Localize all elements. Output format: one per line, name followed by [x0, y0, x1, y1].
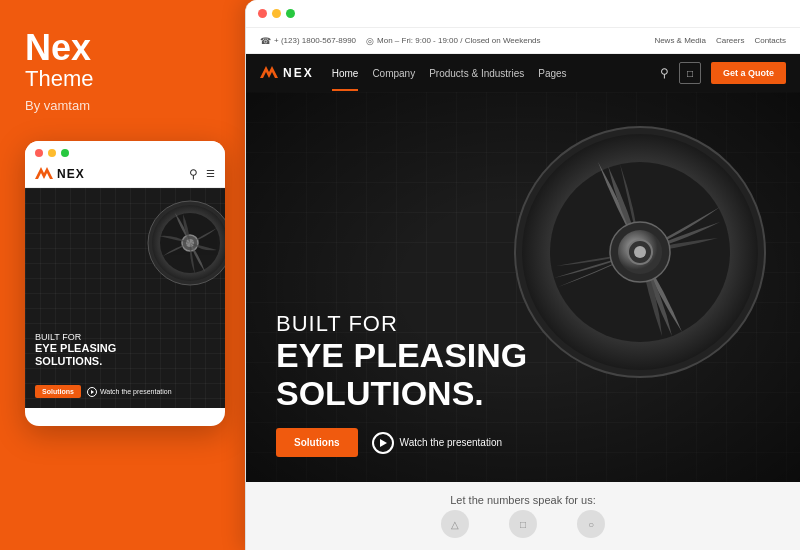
desktop-dot-red	[258, 9, 267, 18]
number-item-1: △	[441, 510, 469, 538]
desktop-mockup: ☎ + (123) 1800-567-8990 ◎ Mon – Fri: 9:0…	[245, 0, 800, 550]
desktop-dot-yellow	[272, 9, 281, 18]
mobile-mockup: NEX ⚲ ☰	[25, 141, 225, 426]
desktop-nav-links: Home Company Products & Industries Pages	[332, 68, 567, 79]
phone-icon: ☎	[260, 36, 271, 46]
cart-icon[interactable]: □	[679, 62, 701, 84]
svg-marker-6	[260, 66, 278, 78]
svg-marker-0	[35, 167, 53, 179]
utility-bar-left: ☎ + (123) 1800-567-8990 ◎ Mon – Fri: 9:0…	[260, 36, 541, 46]
number-item-3: ○	[577, 510, 605, 538]
mobile-solutions-button[interactable]: Solutions	[35, 385, 81, 398]
hero-headline: EYE PLEASINGSOLUTIONS.	[276, 337, 527, 412]
desktop-nav-left: NEX Home Company Products & Industries P…	[260, 66, 567, 80]
mobile-dot-green	[61, 149, 69, 157]
clock-icon: ◎	[366, 36, 374, 46]
nav-pages[interactable]: Pages	[538, 68, 566, 79]
get-quote-button[interactable]: Get a Quote	[711, 62, 786, 84]
nav-home[interactable]: Home	[332, 68, 359, 79]
news-media-link[interactable]: News & Media	[654, 36, 706, 45]
search-icon[interactable]: ⚲	[660, 66, 669, 80]
desktop-dot-green	[286, 9, 295, 18]
hero-solutions-button[interactable]: Solutions	[276, 428, 358, 457]
mobile-dots-bar	[25, 141, 225, 161]
desktop-window-bar	[246, 0, 800, 28]
hero-content: BUILT FOR EYE PLEASINGSOLUTIONS.	[276, 311, 527, 412]
mobile-hero-buttons: Solutions Watch the presentation	[35, 385, 172, 398]
play-triangle-icon	[380, 439, 387, 447]
mobile-turbine-image	[145, 198, 225, 288]
mobile-dot-yellow	[48, 149, 56, 157]
nav-products[interactable]: Products & Industries	[429, 68, 524, 79]
contacts-link[interactable]: Contacts	[754, 36, 786, 45]
number-icon-1: △	[441, 510, 469, 538]
brand-name: Nex Theme By vamtam	[25, 30, 220, 113]
mobile-hero: BUILT FOR EYE PLEASINGSOLUTIONS. Solutio…	[25, 188, 225, 408]
mobile-hero-text: BUILT FOR EYE PLEASINGSOLUTIONS.	[35, 332, 116, 368]
mobile-watch-button[interactable]: Watch the presentation	[87, 387, 172, 397]
desktop-nex-logo-icon	[260, 66, 278, 80]
play-circle-icon	[372, 432, 394, 454]
mobile-nav-bar: NEX ⚲ ☰	[25, 161, 225, 188]
desktop-nav-right: ⚲ □ Get a Quote	[660, 62, 786, 84]
number-icon-3: ○	[577, 510, 605, 538]
mobile-logo: NEX	[35, 167, 85, 181]
numbers-icons-row: △ □ ○	[441, 510, 605, 538]
number-icon-2: □	[509, 510, 537, 538]
hours-item: ◎ Mon – Fri: 9:00 - 19:00 / Closed on We…	[366, 36, 541, 46]
nav-company[interactable]: Company	[372, 68, 415, 79]
desktop-logo: NEX	[260, 66, 314, 80]
mobile-dot-red	[35, 149, 43, 157]
left-panel: Nex Theme By vamtam NEX ⚲ ☰	[0, 0, 245, 550]
mobile-nex-logo-icon	[35, 167, 53, 181]
mobile-play-circle	[87, 387, 97, 397]
desktop-hero: BUILT FOR EYE PLEASINGSOLUTIONS. Solutio…	[246, 92, 800, 482]
phone-item: ☎ + (123) 1800-567-8990	[260, 36, 356, 46]
hero-watch-button[interactable]: Watch the presentation	[372, 432, 502, 454]
desktop-nav: NEX Home Company Products & Industries P…	[246, 54, 800, 92]
svg-point-13	[634, 246, 646, 258]
mobile-play-triangle-icon	[91, 390, 94, 394]
careers-link[interactable]: Careers	[716, 36, 744, 45]
number-item-2: □	[509, 510, 537, 538]
mobile-search-icon[interactable]: ⚲	[189, 167, 198, 181]
desktop-numbers-bar: Let the numbers speak for us: △ □ ○	[246, 482, 800, 550]
hero-buttons: Solutions Watch the presentation	[276, 428, 502, 457]
desktop-turbine-image	[510, 122, 770, 382]
mobile-menu-icon[interactable]: ☰	[206, 169, 215, 179]
utility-bar-right: News & Media Careers Contacts	[654, 36, 786, 45]
mobile-nav-icons: ⚲ ☰	[189, 167, 215, 181]
desktop-utility-bar: ☎ + (123) 1800-567-8990 ◎ Mon – Fri: 9:0…	[246, 28, 800, 54]
